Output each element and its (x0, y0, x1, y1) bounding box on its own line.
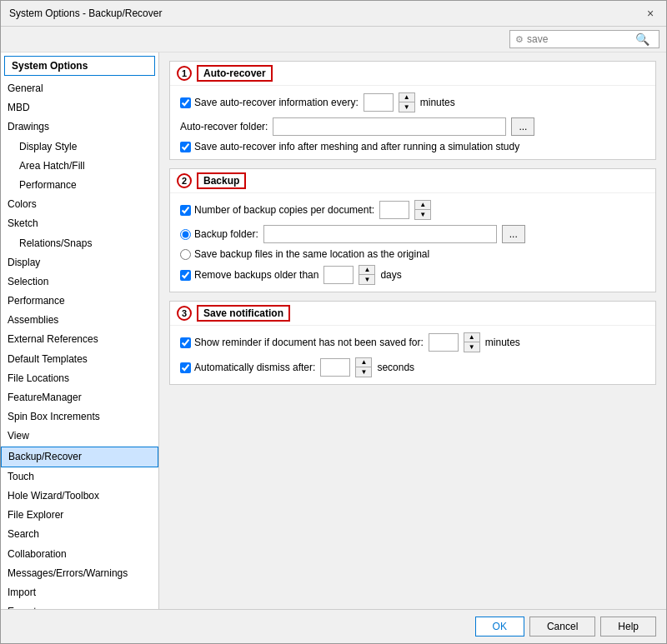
sidebar-item-search[interactable]: Search (1, 525, 158, 544)
save-notification-title: Save notification (197, 305, 290, 322)
save-notification-body: Show reminder if document has not been s… (170, 326, 655, 384)
section-number-2: 2 (177, 173, 192, 188)
auto-recover-folder-row: Auto-recover folder: C:\Users\mersedeh.z… (180, 117, 645, 136)
sidebar-item-display-style[interactable]: Display Style (1, 137, 158, 157)
save-every-spinner: ▲ ▼ (399, 92, 415, 112)
save-every-input[interactable]: 5 (364, 93, 394, 112)
reminder-spinner: ▲ ▼ (464, 332, 480, 352)
copies-input[interactable]: 5 (379, 201, 409, 219)
window-title: System Options - Backup/Recover (9, 7, 162, 19)
backup-folder-input[interactable]: C:\Users\mersedeh.zandvakili\AppData\Loc… (263, 225, 497, 243)
search-button[interactable]: 🔍 (635, 32, 649, 46)
mesh-checkbox[interactable] (180, 142, 191, 152)
reminder-down[interactable]: ▼ (464, 342, 479, 352)
sidebar-item-colors[interactable]: Colors (1, 195, 158, 214)
sidebar-item-area-hatch[interactable]: Area Hatch/Fill (1, 157, 158, 176)
copies-checkbox[interactable] (180, 205, 191, 216)
dismiss-checkbox[interactable] (180, 362, 191, 373)
backup-browse-button[interactable]: ... (502, 225, 525, 243)
dismiss-up[interactable]: ▲ (356, 358, 371, 367)
dismiss-label[interactable]: Automatically dismiss after: (180, 362, 315, 373)
sidebar-item-external-references[interactable]: External References (1, 330, 158, 349)
dialog-footer: OK Cancel Help (1, 609, 666, 643)
sidebar-item-drawings[interactable]: Drawings (1, 117, 158, 137)
remove-checkbox[interactable] (180, 270, 191, 281)
auto-recover-browse-button[interactable]: ... (511, 117, 534, 136)
sidebar-item-messages-errors[interactable]: Messages/Errors/Warnings (1, 564, 158, 583)
remove-down[interactable]: ▼ (359, 275, 374, 284)
search-box: ⚙ 🔍 (509, 30, 659, 48)
toolbar: ⚙ 🔍 (1, 27, 666, 52)
section-number-3: 3 (177, 306, 192, 321)
sidebar: System Options General MBD Drawings Disp… (1, 52, 159, 609)
backup-folder-radio-label[interactable]: Backup folder: (180, 228, 258, 240)
sidebar-item-relations-snaps[interactable]: Relations/Snaps (1, 234, 158, 253)
sidebar-item-view[interactable]: View (1, 427, 158, 446)
mesh-label[interactable]: Save auto-recover info after meshing and… (180, 141, 519, 152)
dismiss-down[interactable]: ▼ (356, 367, 371, 377)
search-input[interactable] (527, 33, 635, 45)
sidebar-item-file-explorer[interactable]: File Explorer (1, 506, 158, 525)
sidebar-item-mbd[interactable]: MBD (1, 98, 158, 117)
same-location-label[interactable]: Save backup files in the same location a… (180, 248, 429, 260)
copies-up[interactable]: ▲ (415, 201, 430, 210)
copies-spinner: ▲ ▼ (414, 200, 431, 220)
backup-section: 2 Backup Number of backup copies per doc… (169, 168, 656, 292)
ok-button[interactable]: OK (475, 617, 524, 637)
title-bar: System Options - Backup/Recover × (1, 1, 666, 27)
same-location-radio[interactable] (180, 249, 191, 260)
sidebar-item-feature-manager[interactable]: FeatureManager (1, 388, 158, 407)
sidebar-item-assemblies[interactable]: Assemblies (1, 311, 158, 330)
main-content: System Options General MBD Drawings Disp… (1, 52, 666, 609)
cancel-button[interactable]: Cancel (529, 617, 595, 637)
sidebar-item-sketch[interactable]: Sketch (1, 214, 158, 233)
save-notification-header: 3 Save notification (170, 302, 655, 326)
save-every-down[interactable]: ▼ (399, 102, 414, 112)
backup-folder-radio[interactable] (180, 229, 191, 240)
auto-recover-folder-input[interactable]: C:\Users\mersedeh.zandvakili\AppData\Loc… (273, 117, 506, 136)
reminder-checkbox[interactable] (180, 337, 191, 348)
sidebar-item-performance[interactable]: Performance (1, 292, 158, 311)
gear-icon: ⚙ (515, 34, 524, 45)
remove-up[interactable]: ▲ (359, 266, 374, 275)
sidebar-item-selection[interactable]: Selection (1, 272, 158, 292)
remove-input[interactable]: 7 (323, 266, 354, 284)
auto-recover-title: Auto-recover (197, 65, 273, 82)
copies-down[interactable]: ▼ (415, 210, 430, 219)
reminder-up[interactable]: ▲ (464, 333, 479, 342)
sidebar-item-file-locations[interactable]: File Locations (1, 369, 158, 388)
close-button[interactable]: × (643, 6, 658, 21)
reminder-input[interactable]: 20 (429, 333, 459, 352)
dismiss-input[interactable]: 5 (320, 358, 350, 377)
remove-label[interactable]: Remove backups older than (180, 269, 318, 281)
sidebar-item-performance-drawings[interactable]: Performance (1, 176, 158, 195)
sidebar-item-backup-recover[interactable]: Backup/Recover (1, 447, 158, 467)
auto-recover-body: Save auto-recover information every: 5 ▲… (170, 86, 655, 159)
reminder-unit: minutes (485, 337, 520, 348)
save-every-label[interactable]: Save auto-recover information every: (180, 97, 359, 108)
remove-row: Remove backups older than 7 ▲ ▼ days (180, 265, 645, 285)
save-every-checkbox[interactable] (180, 97, 191, 108)
backup-folder-row: Backup folder: C:\Users\mersedeh.zandvak… (180, 225, 645, 243)
backup-header: 2 Backup (170, 169, 655, 193)
sidebar-item-export[interactable]: Export (1, 602, 158, 609)
sidebar-item-spin-box[interactable]: Spin Box Increments (1, 407, 158, 427)
remove-unit: days (380, 269, 401, 281)
backup-title: Backup (197, 172, 246, 189)
dismiss-row: Automatically dismiss after: 5 ▲ ▼ secon… (180, 357, 645, 377)
help-button[interactable]: Help (600, 617, 656, 637)
sidebar-item-default-templates[interactable]: Default Templates (1, 350, 158, 369)
sidebar-item-import[interactable]: Import (1, 583, 158, 602)
reminder-label[interactable]: Show reminder if document has not been s… (180, 337, 424, 348)
save-every-row: Save auto-recover information every: 5 ▲… (180, 92, 645, 112)
dismiss-spinner: ▲ ▼ (355, 357, 372, 377)
sidebar-item-general[interactable]: General (1, 79, 158, 98)
sidebar-item-collaboration[interactable]: Collaboration (1, 545, 158, 564)
sidebar-item-hole-wizard[interactable]: Hole Wizard/Toolbox (1, 487, 158, 506)
system-options-dialog: System Options - Backup/Recover × ⚙ 🔍 Sy… (0, 0, 667, 644)
copies-label[interactable]: Number of backup copies per document: (180, 204, 374, 216)
sidebar-item-touch[interactable]: Touch (1, 467, 158, 487)
save-every-unit: minutes (420, 97, 455, 108)
save-every-up[interactable]: ▲ (399, 93, 414, 102)
sidebar-item-display[interactable]: Display (1, 253, 158, 272)
